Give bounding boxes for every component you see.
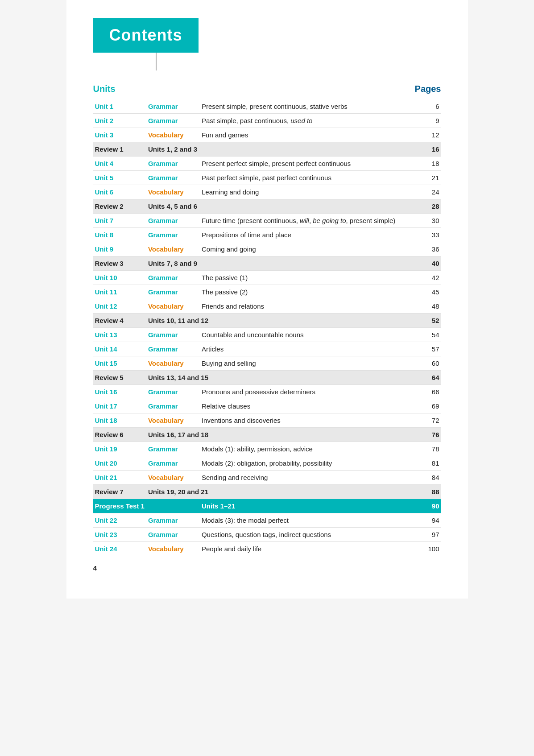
unit-page: 100: [423, 542, 441, 556]
review-unit-label: Review 1: [93, 142, 146, 157]
review-unit-label: Review 4: [93, 314, 146, 328]
unit-row: Unit 6 Vocabulary Learning and doing 24: [93, 185, 441, 199]
unit-category: Vocabulary: [146, 542, 200, 556]
unit-description: The passive (1): [200, 271, 423, 285]
unit-label: Unit 6: [93, 185, 146, 199]
unit-description: Future time (present continuous, will, b…: [200, 214, 423, 228]
review-unit-label: Review 5: [93, 371, 146, 385]
unit-category: Grammar: [146, 456, 200, 471]
unit-description: Buying and selling: [200, 356, 423, 371]
unit-row: Unit 8 Grammar Prepositions of time and …: [93, 228, 441, 242]
unit-description: Modals (1): ability, permission, advice: [200, 442, 423, 456]
review-page: 28: [423, 199, 441, 214]
unit-row: Unit 11 Grammar The passive (2) 45: [93, 285, 441, 299]
unit-category: Grammar: [146, 285, 200, 299]
progress-category: [146, 499, 200, 513]
unit-description: Friends and relations: [200, 299, 423, 314]
unit-category: Vocabulary: [146, 128, 200, 142]
unit-row: Unit 19 Grammar Modals (1): ability, per…: [93, 442, 441, 456]
unit-description: Coming and going: [200, 242, 423, 256]
unit-category: Vocabulary: [146, 413, 200, 428]
unit-page: 36: [423, 242, 441, 256]
unit-page: 42: [423, 271, 441, 285]
unit-label: Unit 18: [93, 413, 146, 428]
unit-page: 6: [423, 99, 441, 114]
unit-description: Prepositions of time and place: [200, 228, 423, 242]
unit-label: Unit 16: [93, 385, 146, 399]
unit-category: Grammar: [146, 157, 200, 171]
review-row: Review 2 Units 4, 5 and 6 28: [93, 199, 441, 214]
unit-category: Vocabulary: [146, 356, 200, 371]
unit-label: Unit 19: [93, 442, 146, 456]
unit-description: Present perfect simple, present perfect …: [200, 157, 423, 171]
unit-description: Learning and doing: [200, 185, 423, 199]
unit-row: Unit 24 Vocabulary People and daily life…: [93, 542, 441, 556]
unit-description: Modals (2): obligation, probability, pos…: [200, 456, 423, 471]
unit-page: 9: [423, 114, 441, 128]
review-unit-label: Review 6: [93, 428, 146, 442]
unit-row: Unit 5 Grammar Past perfect simple, past…: [93, 171, 441, 185]
unit-label: Unit 8: [93, 228, 146, 242]
unit-description: Past perfect simple, past perfect contin…: [200, 171, 423, 185]
unit-category: Grammar: [146, 214, 200, 228]
progress-page: 90: [423, 499, 441, 513]
header-line: [156, 53, 157, 70]
unit-row: Unit 23 Grammar Questions, question tags…: [93, 528, 441, 542]
review-row: Review 3 Units 7, 8 and 9 40: [93, 256, 441, 271]
review-page: 16: [423, 142, 441, 157]
review-row: Review 7 Units 19, 20 and 21 88: [93, 485, 441, 499]
review-row: Review 4 Units 10, 11 and 12 52: [93, 314, 441, 328]
unit-description: Countable and uncountable nouns: [200, 328, 423, 342]
unit-description: Fun and games: [200, 128, 423, 142]
unit-page: 84: [423, 471, 441, 485]
review-category: Units 10, 11 and 12: [146, 314, 423, 328]
unit-description: The passive (2): [200, 285, 423, 299]
unit-category: Grammar: [146, 342, 200, 356]
unit-page: 72: [423, 413, 441, 428]
unit-page: 66: [423, 385, 441, 399]
unit-description: Past simple, past continuous, used to: [200, 114, 423, 128]
unit-category: Grammar: [146, 528, 200, 542]
unit-label: Unit 10: [93, 271, 146, 285]
unit-row: Unit 4 Grammar Present perfect simple, p…: [93, 157, 441, 171]
unit-category: Grammar: [146, 114, 200, 128]
unit-description: Questions, question tags, indirect quest…: [200, 528, 423, 542]
unit-row: Unit 12 Vocabulary Friends and relations…: [93, 299, 441, 314]
unit-category: Grammar: [146, 513, 200, 528]
review-unit-label: Review 3: [93, 256, 146, 271]
unit-row: Unit 2 Grammar Past simple, past continu…: [93, 114, 441, 128]
unit-page: 24: [423, 185, 441, 199]
unit-label: Unit 9: [93, 242, 146, 256]
review-unit-label: Review 7: [93, 485, 146, 499]
review-page: 64: [423, 371, 441, 385]
progress-test-row: Progress Test 1 Units 1–21 90: [93, 499, 441, 513]
unit-description: Sending and receiving: [200, 471, 423, 485]
unit-label: Unit 17: [93, 399, 146, 413]
unit-category: Grammar: [146, 271, 200, 285]
unit-page: 48: [423, 299, 441, 314]
unit-label: Unit 5: [93, 171, 146, 185]
unit-description: Pronouns and possessive determiners: [200, 385, 423, 399]
unit-row: Unit 17 Grammar Relative clauses 69: [93, 399, 441, 413]
unit-label: Unit 21: [93, 471, 146, 485]
progress-desc: Units 1–21: [200, 499, 423, 513]
unit-page: 94: [423, 513, 441, 528]
unit-description: Present simple, present continuous, stat…: [200, 99, 423, 114]
review-page: 52: [423, 314, 441, 328]
unit-description: Relative clauses: [200, 399, 423, 413]
unit-page: 30: [423, 214, 441, 228]
unit-row: Unit 20 Grammar Modals (2): obligation, …: [93, 456, 441, 471]
unit-row: Unit 18 Vocabulary Inventions and discov…: [93, 413, 441, 428]
unit-category: Vocabulary: [146, 299, 200, 314]
contents-header: Contents: [93, 18, 199, 53]
unit-category: Grammar: [146, 385, 200, 399]
unit-page: 69: [423, 399, 441, 413]
unit-page: 81: [423, 456, 441, 471]
unit-label: Unit 13: [93, 328, 146, 342]
unit-row: Unit 13 Grammar Countable and uncountabl…: [93, 328, 441, 342]
unit-category: Vocabulary: [146, 185, 200, 199]
unit-row: Unit 14 Grammar Articles 57: [93, 342, 441, 356]
review-page: 88: [423, 485, 441, 499]
unit-label: Unit 24: [93, 542, 146, 556]
page-title: Contents: [109, 26, 182, 45]
